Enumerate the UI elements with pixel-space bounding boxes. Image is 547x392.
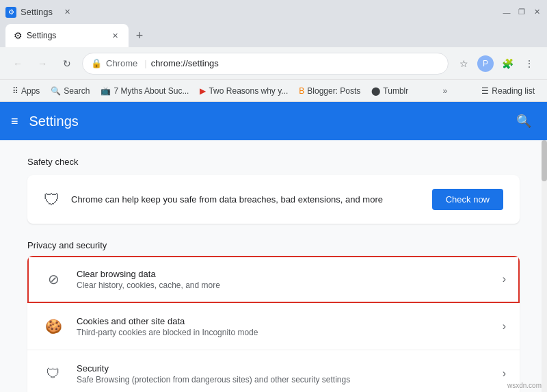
cookies-icon: 🍪 xyxy=(41,314,66,339)
apps-label: Apps xyxy=(21,86,40,96)
reading-list-label: Reading list xyxy=(492,86,535,96)
hamburger-menu-button[interactable]: ≡ xyxy=(11,114,18,129)
settings-favicon-icon: ⚙ xyxy=(8,8,14,16)
menu-button[interactable]: ⋮ xyxy=(520,54,539,73)
extensions-button[interactable]: 🧩 xyxy=(498,54,517,73)
url-bar[interactable]: 🔒 Chrome | chrome://settings xyxy=(82,53,449,75)
cookies-title: Cookies and other site data xyxy=(77,316,503,326)
maximize-btn[interactable]: ❐ xyxy=(517,8,526,17)
bookmark-search-label: Search xyxy=(64,86,90,96)
clear-data-icon: ⊘ xyxy=(41,267,66,291)
tab-close-icon[interactable]: ✕ xyxy=(109,30,120,41)
scrollbar[interactable] xyxy=(542,140,547,392)
privacy-settings-list: ⊘ Clear browsing data Clear history, coo… xyxy=(27,256,520,392)
url-text: chrome://settings xyxy=(151,58,440,68)
tab-favicon-icon: ⚙ xyxy=(14,30,23,41)
url-brand: Chrome xyxy=(106,58,137,68)
privacy-section-title: Privacy and security xyxy=(27,240,520,250)
avatar: P xyxy=(477,55,494,72)
clear-data-arrow-icon: › xyxy=(503,273,506,285)
search-bm-icon: 🔍 xyxy=(51,86,61,96)
reload-button[interactable]: ↻ xyxy=(57,54,77,73)
tumblr-icon: ⬤ xyxy=(371,86,380,96)
profile-button[interactable]: P xyxy=(476,54,495,73)
title-bar: ⚙ Settings ✕ — ❐ ✕ xyxy=(0,0,547,24)
cookies-arrow-icon: › xyxy=(503,320,506,332)
bookmark-myths[interactable]: 📺 7 Myths About Suc... xyxy=(96,84,193,98)
bookmark-reasons[interactable]: ▶ Two Reasons why y... xyxy=(196,84,292,98)
bookmark-blogger[interactable]: B Blogger: Posts xyxy=(295,84,364,98)
clear-data-desc: Clear history, cookies, cache, and more xyxy=(77,280,503,290)
blogger-icon: B xyxy=(299,86,304,96)
cookies-content: Cookies and other site data Third-party … xyxy=(77,316,503,337)
settings-search-button[interactable]: 🔍 xyxy=(511,109,536,133)
active-tab[interactable]: ⚙ Settings ✕ xyxy=(5,24,129,47)
tab-bar: ⚙ Settings ✕ + xyxy=(0,24,547,47)
security-icon: 🛡 xyxy=(41,361,66,386)
security-item[interactable]: 🛡 Security Safe Browsing (protection fro… xyxy=(27,350,520,392)
tab-close-btn[interactable]: ✕ xyxy=(62,7,73,18)
safety-check-description: Chrome can help keep you safe from data … xyxy=(71,194,421,205)
url-separator: | xyxy=(144,58,146,68)
apps-grid-icon: ⠿ xyxy=(12,86,18,96)
address-bar: ← → ↻ 🔒 Chrome | chrome://settings ☆ P 🧩… xyxy=(0,47,547,80)
back-button[interactable]: ← xyxy=(8,54,27,73)
forward-button[interactable]: → xyxy=(33,54,52,73)
window-favicon: ⚙ xyxy=(5,7,16,18)
bookmark-tumblr[interactable]: ⬤ Tumblr xyxy=(367,84,412,98)
tab-label: Settings xyxy=(27,31,56,40)
bookmark-search[interactable]: 🔍 Search xyxy=(46,84,94,98)
minimize-btn[interactable]: — xyxy=(502,8,511,17)
window-controls: — ❐ ✕ xyxy=(502,8,542,17)
bookmark-blogger-label: Blogger: Posts xyxy=(307,86,360,96)
secure-icon: 🔒 xyxy=(91,58,102,68)
settings-search-icon: 🔍 xyxy=(516,114,531,129)
clear-data-title: Clear browsing data xyxy=(77,269,503,279)
scrollbar-thumb[interactable] xyxy=(542,140,547,181)
cookies-item[interactable]: 🍪 Cookies and other site data Third-part… xyxy=(27,303,520,350)
safety-check-title: Safety check xyxy=(27,157,520,167)
security-content: Security Safe Browsing (protection from … xyxy=(77,363,503,384)
clear-browsing-data-item[interactable]: ⊘ Clear browsing data Clear history, coo… xyxy=(27,256,520,303)
cookies-desc: Third-party cookies are blocked in Incog… xyxy=(77,328,503,337)
security-desc: Safe Browsing (protection from dangerous… xyxy=(77,375,503,384)
myths-icon: 📺 xyxy=(101,86,111,96)
window-title: Settings xyxy=(21,7,53,17)
check-now-button[interactable]: Check now xyxy=(432,189,503,210)
watermark: wsxdn.com xyxy=(507,382,542,389)
safety-check-card: 🛡 Chrome can help keep you safe from dat… xyxy=(27,175,520,224)
close-btn[interactable]: ✕ xyxy=(532,8,542,17)
reading-list-button[interactable]: ☰ Reading list xyxy=(477,84,539,98)
security-arrow-icon: › xyxy=(503,367,506,380)
apps-button[interactable]: ⠿ Apps xyxy=(8,84,44,98)
settings-page-title: Settings xyxy=(29,114,501,129)
reading-list-icon: ☰ xyxy=(481,86,489,96)
clear-data-content: Clear browsing data Clear history, cooki… xyxy=(77,269,503,290)
safety-shield-icon: 🛡 xyxy=(44,190,60,209)
bookmarks-bar: ⠿ Apps 🔍 Search 📺 7 Myths About Suc... ▶… xyxy=(0,80,547,102)
new-tab-button[interactable]: + xyxy=(130,26,149,45)
bookmark-reasons-label: Two Reasons why y... xyxy=(209,86,288,96)
bookmarks-more-button[interactable]: » xyxy=(438,84,451,98)
bookmark-tumblr-label: Tumblr xyxy=(383,86,408,96)
bookmark-myths-label: 7 Myths About Suc... xyxy=(114,86,189,96)
reasons-icon: ▶ xyxy=(200,86,206,96)
settings-content: Safety check 🛡 Chrome can help keep you … xyxy=(0,140,547,392)
security-title: Security xyxy=(77,363,503,374)
settings-header: ≡ Settings 🔍 xyxy=(0,102,547,140)
address-actions: ☆ P 🧩 ⋮ xyxy=(454,54,539,73)
bookmark-star-button[interactable]: ☆ xyxy=(454,54,473,73)
